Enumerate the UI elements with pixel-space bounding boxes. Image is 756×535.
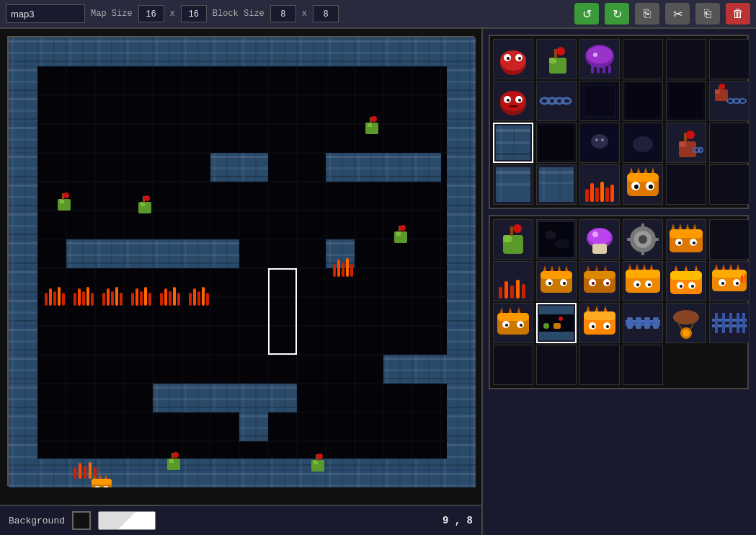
palette-dark-bg[interactable] [536,219,577,260]
palette-empty-1[interactable] [709,219,750,260]
palette-orange-enemy-1[interactable] [536,261,577,301]
palette-apple-green[interactable] [493,219,533,260]
cut-button[interactable]: ✂ [665,3,690,25]
svg-point-217 [555,239,569,249]
svg-rect-38 [140,291,143,306]
tile-cell-wall-2[interactable] [493,164,533,205]
tile-cell-empty-6[interactable] [666,81,706,121]
tile-cell-empty-1[interactable] [623,39,663,79]
map-editor-panel: Background 9 , 8 [0,29,483,535]
svg-rect-44 [173,287,176,306]
palette-orange-enemy-4[interactable] [666,261,706,301]
palette-empty-2[interactable] [493,345,533,385]
svg-point-219 [588,229,611,244]
palette-fire-enemy-1[interactable] [709,261,750,301]
tile-cell-red-blob-2[interactable] [493,81,533,121]
svg-point-144 [593,53,597,57]
block-size-label: Block Size [213,9,264,19]
tile-cell-empty-8[interactable] [666,164,706,205]
svg-point-252 [548,282,551,285]
svg-rect-159 [669,84,703,118]
svg-rect-243 [522,284,525,299]
palette-game-preview[interactable] [536,303,577,343]
map-svg [9,37,476,487]
tile-cell-ghost-2[interactable] [623,123,663,163]
map-canvas-wrapper[interactable] [0,29,481,505]
tile-cell-purple-jellyfish[interactable] [579,39,620,79]
svg-point-281 [691,285,694,288]
svg-point-308 [559,317,563,321]
svg-point-316 [592,325,595,328]
map-name-input[interactable]: map3 [6,4,85,23]
paste-button[interactable]: ⎗ [695,3,720,25]
tile-cell-empty-4[interactable] [579,81,620,121]
svg-rect-158 [626,84,660,118]
tile-cell-dark-bg[interactable] [536,123,577,163]
tile-cell-spike-enemy[interactable] [623,164,663,205]
palette-orange-enemy-3[interactable] [623,261,663,301]
tile-cell-empty-9[interactable] [709,164,750,205]
svg-rect-46 [189,293,192,306]
palette-purple-mushroom[interactable] [579,219,620,260]
tile-cell-empty-3[interactable] [709,39,750,79]
tile-cell-wall-selected[interactable] [493,123,533,163]
svg-rect-194 [559,167,561,202]
svg-rect-240 [504,281,508,299]
svg-point-317 [606,325,609,328]
palette-orange-enemy-2[interactable] [579,261,620,301]
palette-long-chain[interactable] [623,303,663,343]
undo-button[interactable]: ↺ [574,3,599,25]
tile-cell-wall-3[interactable] [536,164,577,205]
block-width-value: 8 [270,5,296,22]
palette-fence[interactable] [709,303,750,343]
svg-rect-36 [131,293,134,306]
svg-point-237 [678,242,681,244]
tile-cell-fire[interactable] [579,164,620,205]
status-bar: Background 9 , 8 [0,505,481,535]
main-layout: Background 9 , 8 [0,29,756,535]
delete-button[interactable]: 🗑 [726,3,750,25]
svg-point-328 [682,330,690,337]
svg-rect-298 [497,313,529,321]
svg-rect-35 [120,293,123,306]
palette-orange-enemy-6[interactable] [579,303,620,343]
palette-fire-small[interactable] [493,261,533,301]
tile-cell-chain[interactable] [536,81,577,121]
tile-cell-empty-7[interactable] [709,123,750,163]
map-canvas[interactable] [7,36,474,486]
svg-rect-62 [89,462,92,479]
svg-point-261 [592,282,595,285]
map-width-value: 16 [138,5,164,22]
svg-point-179 [633,136,653,152]
redo-button[interactable]: ↻ [605,3,629,25]
palette-gear[interactable] [623,219,663,260]
palette-orange-enemy-5[interactable] [493,303,533,343]
svg-rect-60 [79,463,81,479]
tile-grid-1 [493,39,744,205]
palette-empty-5[interactable] [623,345,663,385]
background-color-dropdown[interactable] [98,511,156,530]
svg-rect-323 [653,317,659,329]
tile-selector-panel[interactable] [483,29,755,535]
svg-rect-53 [342,262,344,277]
tile-cell-green-apple[interactable] [536,39,577,79]
tile-cell-empty-5[interactable] [623,81,663,121]
copy-button[interactable]: ⎘ [635,3,659,25]
tile-cell-red-apple-2[interactable] [666,123,706,163]
svg-rect-226 [641,249,644,255]
svg-point-262 [606,282,609,285]
palette-parachute-enemy[interactable] [666,303,706,343]
tile-cell-red-apple-chain[interactable] [709,81,750,121]
tile-cell-red-blob[interactable] [493,39,533,79]
background-color-swatch[interactable] [72,511,91,530]
svg-rect-143 [608,65,611,74]
svg-point-290 [721,282,724,285]
tile-cell-ghost-1[interactable] [579,123,620,163]
svg-rect-26 [74,293,76,306]
tile-cell-empty-2[interactable] [666,39,706,79]
svg-point-302 [520,324,522,327]
palette-empty-3[interactable] [536,345,577,385]
palette-empty-4[interactable] [579,345,620,385]
palette-spike-enemy[interactable] [666,219,706,260]
svg-rect-195 [585,189,589,202]
